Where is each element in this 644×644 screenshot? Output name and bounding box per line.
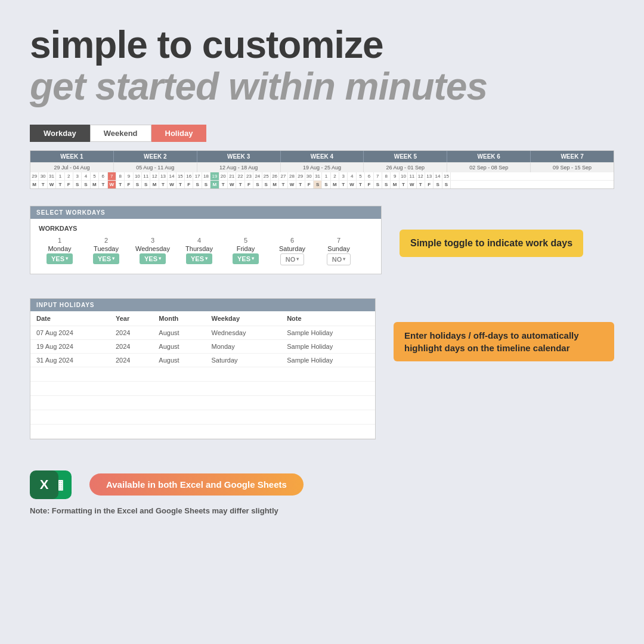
holiday-weekday-1: Monday <box>206 339 281 353</box>
toggle-arrow-1: ▾ <box>112 256 114 261</box>
cal-num-25: 23 <box>245 172 253 180</box>
cal-day-25: F <box>245 181 253 188</box>
cal-num-41: 8 <box>382 172 391 180</box>
range-5: 26 Aug - 01 Sep <box>364 163 447 172</box>
cal-day-44: W <box>408 181 416 188</box>
cal-num-10: 8 <box>116 172 125 180</box>
holiday-date-0: 07 Aug 2024 <box>30 326 110 339</box>
cal-num-0: 29 <box>30 172 39 180</box>
week-4: WEEK 4 <box>281 151 364 162</box>
cal-num-45: 12 <box>417 172 425 180</box>
range-6: 02 Sep - 08 Sep <box>447 163 531 172</box>
cal-day-31: T <box>296 181 305 188</box>
legend-workday: Workday <box>30 125 90 142</box>
cal-day-22: T <box>219 181 228 188</box>
cal-num-8: 6 <box>99 172 107 180</box>
cal-num-11: 9 <box>125 172 133 180</box>
workday-toggle-4[interactable]: YES ▾ <box>233 253 259 264</box>
cal-num-3: 1 <box>56 172 64 180</box>
cal-day-29: T <box>279 181 287 188</box>
cal-num-4: 2 <box>65 172 73 180</box>
cal-num-19: 17 <box>193 172 202 180</box>
holiday-note-2: Sample Holiday <box>281 353 375 367</box>
workday-num-6: 7 <box>337 237 340 244</box>
workday-col-0: 1 Monday YES ▾ <box>39 237 80 265</box>
col-note: Note <box>281 311 375 326</box>
cal-day-20: S <box>202 181 210 188</box>
toggle-arrow-6: ▾ <box>343 256 345 262</box>
cal-day-5: S <box>73 181 82 188</box>
cal-num-35: 2 <box>331 172 339 180</box>
cal-num-14: 12 <box>150 172 159 180</box>
workday-col-3: 4 Thursday YES ▾ <box>178 237 220 265</box>
cal-num-39: 6 <box>365 172 373 180</box>
holiday-weekday-2: Saturday <box>206 353 281 367</box>
cal-num-30: 28 <box>288 172 296 180</box>
cal-day-36: T <box>339 181 348 188</box>
cal-day-24: T <box>236 181 244 188</box>
cal-num-13: 11 <box>142 172 150 180</box>
cal-num-44: 11 <box>408 172 416 180</box>
bottom-section: X ▦ Available in both Excel and Google S… <box>30 469 614 515</box>
header: simple to customize get started within m… <box>30 24 614 108</box>
cal-day-47: S <box>434 181 442 188</box>
toggle-arrow-5: ▾ <box>296 256 299 262</box>
workday-toggle-3[interactable]: YES ▾ <box>186 253 212 264</box>
legend-weekend: Weekend <box>90 125 151 142</box>
cal-day-8: T <box>99 181 107 188</box>
workdays-panel: SELECT WORKDAYS WORKDAYS 1 Monday YES ▾ … <box>30 206 382 274</box>
workday-num-5: 6 <box>290 237 294 244</box>
toggle-arrow-0: ▾ <box>66 256 68 261</box>
holiday-row-0: 07 Aug 2024 2024 August Wednesday Sample… <box>30 326 375 339</box>
cal-day-45: T <box>417 181 425 188</box>
note-text: Note: Formatting in the Excel and Google… <box>30 506 278 515</box>
range-4: 19 Aug - 25 Aug <box>281 163 364 172</box>
cal-num-42: 9 <box>391 172 399 180</box>
cal-day-33: S <box>314 181 322 188</box>
holiday-year-1: 2024 <box>110 339 153 353</box>
workday-name-4: Friday <box>237 245 255 252</box>
holidays-table: Date Year Month Weekday Note 07 Aug 2024… <box>30 311 375 439</box>
workday-toggle-0[interactable]: YES ▾ <box>47 253 73 264</box>
cal-num-5: 3 <box>73 172 82 180</box>
header-line1: simple to customize <box>30 24 614 66</box>
cal-day-17: T <box>177 181 185 188</box>
week-2: WEEK 2 <box>114 151 197 162</box>
cal-day-1: T <box>39 181 47 188</box>
page: simple to customize get started within m… <box>0 0 644 644</box>
holiday-year-0: 2024 <box>110 326 153 339</box>
cal-day-34: S <box>322 181 330 188</box>
holiday-month-0: August <box>153 326 205 339</box>
cal-num-32: 30 <box>305 172 314 180</box>
workday-name-3: Thursday <box>185 245 213 252</box>
col-date: Date <box>30 311 110 326</box>
workday-toggle-6[interactable]: NO ▾ <box>327 253 351 265</box>
workday-toggle-5[interactable]: NO ▾ <box>280 253 305 265</box>
workday-col-1: 2 Tuesday YES ▾ <box>85 237 127 265</box>
cal-day-14: M <box>150 181 159 188</box>
cal-day-41: S <box>382 181 391 188</box>
holiday-note-0: Sample Holiday <box>281 326 375 339</box>
cal-day-26: S <box>253 181 262 188</box>
workdays-panel-body: WORKDAYS 1 Monday YES ▾ 2 Tuesday YES ▾ … <box>30 219 381 274</box>
holiday-year-2: 2024 <box>110 353 153 367</box>
cal-num-27: 25 <box>262 172 271 180</box>
holiday-empty-row-3 <box>30 410 375 424</box>
holiday-note-1: Sample Holiday <box>281 339 375 353</box>
cal-num-9: 7 <box>108 172 116 180</box>
week-3: WEEK 3 <box>197 151 281 162</box>
workday-col-4: 5 Friday YES ▾ <box>225 237 267 265</box>
workday-toggle-1[interactable]: YES ▾ <box>93 253 119 264</box>
cal-day-13: S <box>142 181 150 188</box>
legend: Workday Weekend Holiday <box>30 125 256 142</box>
cal-num-7: 5 <box>91 172 99 180</box>
holiday-date-2: 31 Aug 2024 <box>30 353 110 367</box>
workdays-section: SELECT WORKDAYS WORKDAYS 1 Monday YES ▾ … <box>30 206 614 286</box>
workday-toggle-2[interactable]: YES ▾ <box>140 253 166 264</box>
range-3: 12 Aug - 18 Aug <box>197 163 281 172</box>
cal-num-2: 31 <box>48 172 56 180</box>
cal-num-29: 27 <box>279 172 287 180</box>
cal-num-20: 18 <box>202 172 210 180</box>
week-5: WEEK 5 <box>364 151 447 162</box>
workday-col-2: 3 Wednesday YES ▾ <box>132 237 174 265</box>
